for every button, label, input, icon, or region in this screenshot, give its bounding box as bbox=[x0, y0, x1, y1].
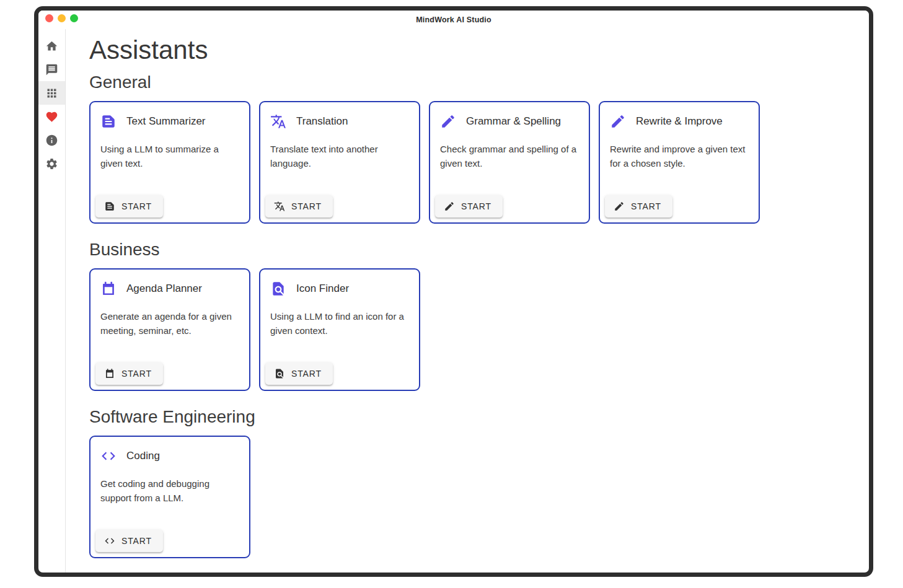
start-button-label: START bbox=[461, 201, 491, 211]
window-controls bbox=[45, 14, 78, 22]
find-in-page-icon bbox=[274, 368, 285, 379]
start-button-label: START bbox=[121, 201, 152, 211]
minimize-window-button[interactable] bbox=[58, 14, 66, 22]
section-title-software-engineering: Software Engineering bbox=[89, 407, 850, 427]
sidebar bbox=[38, 29, 66, 573]
section-title-business: Business bbox=[89, 240, 850, 260]
home-icon bbox=[45, 40, 58, 53]
sidebar-item-assistants[interactable] bbox=[38, 81, 65, 105]
start-coding-button[interactable]: START bbox=[95, 530, 163, 552]
card-title: Text Summarizer bbox=[126, 115, 206, 128]
card-text-summarizer: Text Summarizer Using a LLM to summarize… bbox=[89, 101, 250, 224]
start-button-label: START bbox=[291, 201, 322, 211]
card-title: Icon Finder bbox=[296, 283, 349, 295]
start-agenda-planner-button[interactable]: START bbox=[95, 362, 163, 385]
start-icon-finder-button[interactable]: START bbox=[265, 362, 333, 385]
card-icon-finder: Icon Finder Using a LLM to find an icon … bbox=[259, 268, 420, 391]
gear-icon bbox=[45, 157, 58, 170]
card-row-general: Text Summarizer Using a LLM to summarize… bbox=[89, 101, 850, 224]
card-agenda-planner: Agenda Planner Generate an agenda for a … bbox=[89, 268, 250, 391]
start-button-label: START bbox=[631, 201, 661, 211]
calendar-icon bbox=[100, 281, 117, 297]
start-translation-button[interactable]: START bbox=[265, 195, 333, 217]
translate-icon bbox=[270, 113, 286, 129]
translate-icon bbox=[274, 201, 285, 212]
chat-icon bbox=[45, 63, 58, 76]
card-grammar-spelling: Grammar & Spelling Check grammar and spe… bbox=[429, 101, 590, 224]
sidebar-item-chats[interactable] bbox=[38, 58, 65, 81]
code-icon bbox=[100, 448, 117, 464]
pencil-icon bbox=[610, 113, 626, 129]
pencil-icon bbox=[444, 201, 455, 212]
sidebar-item-favorites[interactable] bbox=[38, 105, 65, 128]
section-title-general: General bbox=[89, 72, 850, 92]
sidebar-item-about[interactable] bbox=[38, 128, 65, 152]
card-row-software-engineering: Coding Get coding and debugging support … bbox=[89, 436, 850, 558]
card-translation: Translation Translate text into another … bbox=[259, 101, 420, 224]
start-button-label: START bbox=[121, 369, 152, 379]
card-title: Translation bbox=[296, 115, 348, 128]
start-button-label: START bbox=[121, 536, 152, 546]
card-title: Grammar & Spelling bbox=[466, 115, 561, 128]
page-title: Assistants bbox=[89, 35, 850, 65]
card-title: Coding bbox=[126, 450, 160, 462]
sidebar-item-settings[interactable] bbox=[38, 152, 65, 175]
card-description: Get coding and debugging support from a … bbox=[90, 464, 249, 525]
apps-grid-icon bbox=[45, 87, 58, 100]
card-description: Using a LLM to find an icon for a given … bbox=[260, 297, 419, 358]
window-title: MindWork AI Studio bbox=[416, 15, 491, 24]
start-rewrite-improve-button[interactable]: START bbox=[605, 195, 672, 217]
card-description: Check grammar and spelling of a given te… bbox=[430, 129, 589, 190]
start-text-summarizer-button[interactable]: START bbox=[95, 195, 163, 217]
card-description: Generate an agenda for a given meeting, … bbox=[90, 297, 249, 358]
code-icon bbox=[104, 535, 115, 546]
card-title: Agenda Planner bbox=[126, 283, 202, 295]
info-icon bbox=[45, 134, 58, 147]
heart-icon bbox=[45, 110, 58, 123]
main-content: Assistants General Text Summarizer Using… bbox=[66, 29, 869, 573]
card-description: Translate text into another language. bbox=[260, 129, 419, 190]
start-button-label: START bbox=[291, 369, 322, 379]
app-window: MindWork AI Studio Assistants bbox=[34, 6, 873, 577]
text-snippet-icon bbox=[104, 201, 115, 212]
card-description: Rewrite and improve a given text for a c… bbox=[600, 129, 759, 190]
close-window-button[interactable] bbox=[45, 14, 53, 22]
pencil-icon bbox=[614, 201, 625, 212]
zoom-window-button[interactable] bbox=[70, 14, 78, 22]
titlebar: MindWork AI Studio bbox=[38, 11, 869, 29]
card-rewrite-improve: Rewrite & Improve Rewrite and improve a … bbox=[599, 101, 760, 224]
card-title: Rewrite & Improve bbox=[636, 115, 723, 128]
sidebar-item-home[interactable] bbox=[38, 34, 65, 58]
calendar-icon bbox=[104, 368, 115, 379]
card-coding: Coding Get coding and debugging support … bbox=[89, 436, 250, 558]
start-grammar-spelling-button[interactable]: START bbox=[435, 195, 503, 217]
text-snippet-icon bbox=[100, 113, 117, 129]
card-row-business: Agenda Planner Generate an agenda for a … bbox=[89, 268, 850, 391]
find-in-page-icon bbox=[270, 281, 286, 297]
pencil-icon bbox=[440, 113, 456, 129]
card-description: Using a LLM to summarize a given text. bbox=[90, 129, 249, 190]
